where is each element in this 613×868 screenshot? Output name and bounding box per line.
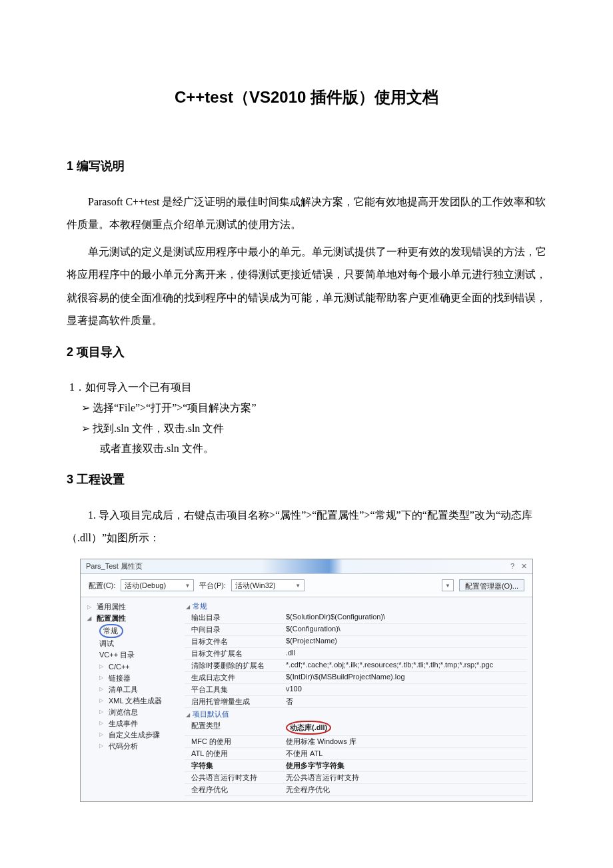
help-icon[interactable]: ? [510, 562, 514, 571]
tree-general[interactable]: 常规 [87, 624, 179, 638]
platform-label: 平台(P): [199, 581, 226, 591]
platform-dropdown[interactable]: 活动(Win32) ▼ [231, 579, 305, 591]
property-grid: 常规 输出目录$(SolutionDir)$(Configuration)\ 中… [179, 597, 532, 801]
tree-linker[interactable]: 链接器 [87, 673, 179, 684]
tree-code-analysis[interactable]: 代码分析 [87, 741, 179, 752]
document-title: C++test（VS2010 插件版）使用文档 [67, 87, 546, 108]
config-value: 活动(Debug) [125, 581, 166, 591]
section-3-paragraph-1: 1. 导入项目完成后，右键点击项目名称>“属性”>“配置属性”>“常规”下的“配… [67, 504, 546, 550]
tree-debug[interactable]: 调试 [87, 638, 179, 649]
chevron-down-icon: ▼ [445, 583, 450, 589]
tree-manifest-tool[interactable]: 清单工具 [87, 684, 179, 695]
section-1-paragraph-2: 单元测试的定义是测试应用程序中最小的单元。单元测试提供了一种更有效的发现错误的方… [67, 241, 546, 333]
tree-xml-doc[interactable]: XML 文档生成器 [87, 695, 179, 707]
section-2-bullet-1: ➢ 选择“File”>“打开”>“项目解决方案” [81, 398, 546, 418]
row-managed-incremental[interactable]: 启用托管增量生成否 [185, 696, 527, 708]
row-atl[interactable]: ATL 的使用不使用 ATL [185, 748, 527, 760]
row-wpo[interactable]: 全程序优化无全程序优化 [185, 784, 527, 796]
row-build-log[interactable]: 生成日志文件$(IntDir)\$(MSBuildProjectName).lo… [185, 672, 527, 684]
platform-value: 活动(Win32) [235, 581, 276, 591]
tree-common-properties[interactable]: 通用属性 [87, 601, 179, 613]
row-int-dir[interactable]: 中间目录$(Configuration)\ [185, 624, 527, 636]
section-1-paragraph-1: Parasoft C++test 是经广泛证明的最佳时间集成解决方案，它能有效地… [67, 191, 546, 237]
dialog-title: Pars_Test 属性页 [86, 561, 143, 571]
section-1-heading: 1 编写说明 [67, 158, 546, 174]
row-clean-ext[interactable]: 清除时要删除的扩展名*.cdf;*.cache;*.obj;*.ilk;*.re… [185, 660, 527, 672]
row-target-name[interactable]: 目标文件名$(ProjectName) [185, 636, 527, 648]
section-2-bullet-2-sub: 或者直接双击.sln 文件。 [100, 439, 546, 459]
tree-c-cpp[interactable]: C/C++ [87, 661, 179, 673]
section-2-heading: 2 项目导入 [67, 344, 546, 360]
tree-config-properties[interactable]: 配置属性 [87, 613, 179, 624]
row-clr[interactable]: 公共语言运行时支持无公共语言运行时支持 [185, 772, 527, 784]
row-mfc[interactable]: MFC 的使用使用标准 Windows 库 [185, 736, 527, 748]
section-3-heading: 3 工程设置 [67, 471, 546, 487]
tree-browse-info[interactable]: 浏览信息 [87, 707, 179, 718]
config-label: 配置(C): [89, 581, 115, 591]
property-tree[interactable]: 通用属性 配置属性 常规 调试 VC++ 目录 C/C++ 链接器 清单工具 X… [81, 597, 179, 801]
config-manager-button[interactable]: 配置管理器(O)... [459, 579, 524, 591]
row-config-type[interactable]: 配置类型动态库(.dll) [185, 720, 527, 736]
tree-build-events[interactable]: 生成事件 [87, 718, 179, 729]
property-page-dialog: Pars_Test 属性页 ? ✕ 配置(C): 活动(Debug) ▼ 平台(… [80, 559, 533, 802]
dialog-titlebar: Pars_Test 属性页 ? ✕ [81, 559, 532, 574]
config-dropdown[interactable]: 活动(Debug) ▼ [121, 579, 194, 591]
platform-extra-dropdown[interactable]: ▼ [442, 579, 454, 591]
group-project-defaults[interactable]: 项目默认值 [185, 708, 527, 720]
chevron-down-icon: ▼ [295, 583, 301, 589]
group-general[interactable]: 常规 [185, 600, 527, 612]
row-charset[interactable]: 字符集使用多字节字符集 [185, 760, 527, 772]
row-output-dir[interactable]: 输出目录$(SolutionDir)$(Configuration)\ [185, 612, 527, 624]
close-icon[interactable]: ✕ [521, 562, 527, 571]
dialog-toolbar: 配置(C): 活动(Debug) ▼ 平台(P): 活动(Win32) ▼ ▼ … [81, 574, 532, 597]
row-target-ext[interactable]: 目标文件扩展名.dll [185, 648, 527, 660]
section-2-bullet-2: ➢ 找到.sln 文件，双击.sln 文件 [81, 419, 546, 439]
chevron-down-icon: ▼ [185, 583, 190, 589]
row-platform-toolset[interactable]: 平台工具集v100 [185, 684, 527, 696]
tree-custom-build[interactable]: 自定义生成步骤 [87, 729, 179, 741]
section-2-list-item-1: 1．如何导入一个已有项目 [69, 377, 546, 398]
tree-vc-directories[interactable]: VC++ 目录 [87, 649, 179, 661]
